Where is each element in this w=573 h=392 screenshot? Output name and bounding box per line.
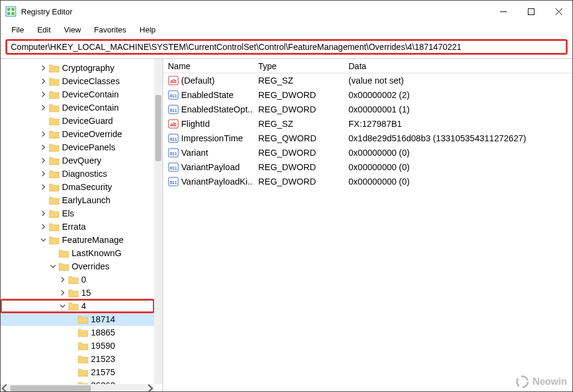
tree-horizontal-scrollbar[interactable] xyxy=(1,384,154,392)
chevron-down-icon[interactable] xyxy=(39,236,48,244)
value-type: REG_DWORD xyxy=(253,89,344,101)
tree-item[interactable]: Els xyxy=(1,207,154,220)
tree-item-label: Errata xyxy=(62,222,86,231)
value-row[interactable]: 011EnabledStateOpt...REG_DWORD0x00000001… xyxy=(163,102,572,117)
value-type: REG_SZ xyxy=(253,75,344,87)
close-button[interactable] xyxy=(545,1,572,22)
registry-tree[interactable]: CryptographyDeviceClassesDeviceContainDe… xyxy=(1,59,154,392)
tree-item[interactable]: 0 xyxy=(1,273,154,286)
value-type: REG_DWORD xyxy=(253,147,344,159)
scrollbar-thumb[interactable] xyxy=(10,385,91,391)
tree-item-label: Diagnostics xyxy=(62,169,107,179)
folder-icon xyxy=(78,328,88,337)
column-header-type[interactable]: Type xyxy=(253,59,344,73)
folder-icon xyxy=(58,262,69,271)
column-header-data[interactable]: Data xyxy=(344,59,572,73)
string-value-icon: ab xyxy=(168,75,179,86)
chevron-down-icon[interactable] xyxy=(58,302,67,310)
chevron-right-icon[interactable] xyxy=(39,183,48,191)
menu-favorites[interactable]: Favorites xyxy=(88,24,132,35)
tree-item[interactable]: EarlyLaunch xyxy=(1,194,154,207)
folder-icon xyxy=(49,103,60,112)
value-name: Variant xyxy=(181,148,208,158)
scroll-right-button[interactable] xyxy=(144,384,154,392)
column-header-name[interactable]: Name xyxy=(163,59,253,73)
chevron-right-icon[interactable] xyxy=(39,209,48,218)
value-row[interactable]: 011VariantREG_DWORD0x00000000 (0) xyxy=(163,145,572,160)
tree-item-label: LastKnownG xyxy=(72,248,122,258)
chevron-right-icon[interactable] xyxy=(39,64,48,72)
chevron-right-icon[interactable] xyxy=(39,77,48,85)
values-header: Name Type Data xyxy=(163,59,572,73)
value-row[interactable]: abFlightIdREG_SZFX:127987B1 xyxy=(163,117,572,131)
menu-view[interactable]: View xyxy=(58,24,87,35)
tree-item[interactable]: DevicePanels xyxy=(1,141,154,154)
title-bar: Registry Editor xyxy=(1,1,572,22)
chevron-down-icon[interactable] xyxy=(49,262,57,271)
svg-rect-2 xyxy=(11,8,14,11)
tree-item[interactable]: Errata xyxy=(1,220,154,233)
tree-vertical-scrollbar[interactable] xyxy=(154,59,163,384)
tree-item[interactable]: DmaSecurity xyxy=(1,180,154,194)
value-name: VariantPayload xyxy=(181,162,240,172)
chevron-right-icon[interactable] xyxy=(39,143,48,152)
chevron-right-icon[interactable] xyxy=(39,222,48,231)
values-list[interactable]: ab(Default)REG_SZ(value not set)011Enabl… xyxy=(163,73,572,189)
minimize-button[interactable] xyxy=(489,1,517,22)
chevron-right-icon[interactable] xyxy=(39,130,48,138)
value-type: REG_DWORD xyxy=(253,103,344,115)
chevron-right-icon[interactable] xyxy=(39,103,48,112)
chevron-right-icon[interactable] xyxy=(58,289,67,297)
tree-item-label: Overrides xyxy=(72,262,110,271)
tree-item[interactable]: Diagnostics xyxy=(1,167,154,180)
tree-spacer xyxy=(68,328,76,337)
tree-item[interactable]: DevQuery xyxy=(1,154,154,167)
tree-item[interactable]: 21523 xyxy=(1,352,154,366)
window-controls xyxy=(489,1,572,22)
tree-item[interactable]: Overrides xyxy=(1,260,154,273)
tree-spacer xyxy=(39,196,48,204)
menu-help[interactable]: Help xyxy=(134,24,162,35)
tree-item[interactable]: 21575 xyxy=(1,366,154,379)
binary-value-icon: 011 xyxy=(168,162,179,173)
menu-file[interactable]: File xyxy=(5,24,30,35)
chevron-right-icon[interactable] xyxy=(39,156,48,165)
tree-item[interactable]: DeviceContain xyxy=(1,88,154,101)
maximize-button[interactable] xyxy=(517,1,545,22)
tree-item[interactable]: FeatureManage xyxy=(1,233,154,247)
address-bar[interactable]: Computer\HKEY_LOCAL_MACHINE\SYSTEM\Curre… xyxy=(5,39,568,55)
folder-icon xyxy=(78,355,88,364)
tree-item[interactable]: DeviceOverride xyxy=(1,127,154,141)
tree-item[interactable]: DeviceContain xyxy=(1,101,154,114)
tree-spacer xyxy=(68,315,76,323)
tree-item[interactable]: 15 xyxy=(1,286,154,299)
value-data: 0x00000001 (1) xyxy=(344,103,572,115)
tree-item[interactable]: 18865 xyxy=(1,326,154,339)
scrollbar-thumb[interactable] xyxy=(155,95,161,161)
chevron-right-icon[interactable] xyxy=(39,170,48,178)
menu-edit[interactable]: Edit xyxy=(31,24,57,35)
value-row[interactable]: ab(Default)REG_SZ(value not set) xyxy=(163,73,572,88)
scroll-left-button[interactable] xyxy=(1,384,10,392)
svg-text:011: 011 xyxy=(170,137,177,141)
value-name: EnabledStateOpt... xyxy=(181,105,253,114)
value-type: REG_SZ xyxy=(253,118,344,130)
tree-item[interactable]: Cryptography xyxy=(1,61,154,75)
value-row[interactable]: 011ImpressionTimeREG_QWORD0x1d8e29d516d0… xyxy=(163,131,572,145)
tree-item[interactable]: DeviceClasses xyxy=(1,75,154,88)
tree-item-label: DmaSecurity xyxy=(62,182,112,192)
value-row[interactable]: 011VariantPayloadREG_DWORD0x00000000 (0) xyxy=(163,160,572,174)
tree-item[interactable]: 18714 xyxy=(1,313,154,326)
folder-icon xyxy=(49,196,60,205)
tree-item[interactable]: 4 xyxy=(1,299,154,313)
tree-item[interactable]: LastKnownG xyxy=(1,247,154,260)
value-row[interactable]: 011VariantPayloadKi...REG_DWORD0x0000000… xyxy=(163,174,572,189)
chevron-right-icon[interactable] xyxy=(39,90,48,99)
tree-item-label: DeviceContain xyxy=(62,103,119,112)
tree-item-label: EarlyLaunch xyxy=(62,195,111,205)
tree-item[interactable]: 19590 xyxy=(1,339,154,352)
chevron-right-icon[interactable] xyxy=(58,275,67,284)
folder-icon xyxy=(49,143,60,152)
value-row[interactable]: 011EnabledStateREG_DWORD0x00000002 (2) xyxy=(163,88,572,102)
tree-item[interactable]: DeviceGuard xyxy=(1,114,154,127)
